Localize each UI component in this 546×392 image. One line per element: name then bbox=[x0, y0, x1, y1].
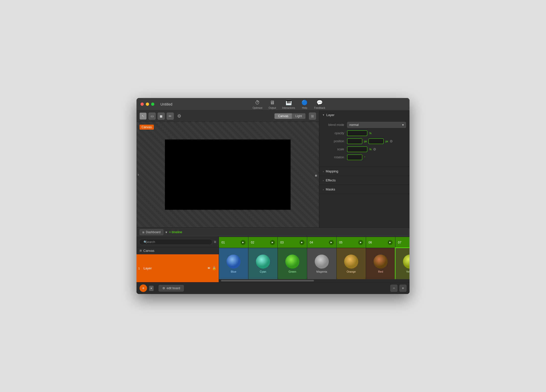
toolbar-help[interactable]: 🔵 Help bbox=[301, 99, 308, 109]
toolbar-optimize[interactable]: ⏱ Optimize bbox=[253, 99, 262, 109]
masks-section-title: Masks bbox=[326, 187, 335, 191]
search-input[interactable] bbox=[139, 239, 212, 245]
eye-icon[interactable]: 👁 bbox=[207, 266, 211, 270]
toolbar-feedback[interactable]: 💬 Feedback bbox=[314, 99, 325, 109]
canvas-preview: › Canvas bbox=[136, 122, 319, 227]
toolbar-interactions[interactable]: 🎹 Interactions bbox=[282, 99, 295, 109]
position-link-icon[interactable]: ⚙ bbox=[390, 139, 393, 143]
add-layer-button[interactable]: + bbox=[140, 284, 147, 292]
timeline-scrollbar[interactable] bbox=[221, 280, 314, 281]
layer-section-header[interactable]: ▾ Layer bbox=[319, 111, 410, 119]
search-icon: 🔍 bbox=[144, 240, 147, 244]
blend-mode-label: blend mode bbox=[323, 123, 344, 127]
tl-cell-04: 04 ▶ bbox=[307, 237, 337, 248]
bottom-tabs: ⊞ Dashboard ▾ + timeline bbox=[136, 228, 410, 237]
svg-point-3 bbox=[315, 255, 329, 269]
tl-play-05[interactable]: ▶ bbox=[358, 240, 363, 245]
canvas-grid-icon: ⊞ bbox=[140, 249, 142, 252]
rect-tool-button[interactable]: ▭ bbox=[149, 113, 156, 120]
layer-number: 1 bbox=[136, 267, 142, 270]
output-label: Output bbox=[268, 107, 276, 109]
opacity-unit: % bbox=[369, 132, 372, 135]
blue-label: Blue bbox=[231, 270, 236, 273]
select-tool-button[interactable]: ↖ bbox=[140, 113, 147, 120]
output-icon: 🖥 bbox=[269, 99, 276, 106]
opacity-input[interactable]: 100.00 bbox=[347, 130, 367, 136]
interactions-label: Interactions bbox=[282, 107, 295, 109]
tl-content-blue[interactable]: Blue bbox=[219, 248, 248, 279]
grid-view-button[interactable]: ⊞ bbox=[309, 113, 316, 120]
timeline-area: 🔍 Search ≡ ⊞ Canvas 1 Layer 👁 bbox=[136, 237, 410, 282]
toolbar-output[interactable]: 🖥 Output bbox=[268, 99, 276, 109]
rotation-row: rotation 0.00 ° bbox=[323, 155, 406, 160]
green-label: Green bbox=[289, 270, 296, 273]
close-button[interactable] bbox=[141, 103, 144, 106]
timeline-menu-button[interactable]: ≡ bbox=[214, 240, 216, 244]
masks-section: › Masks bbox=[319, 185, 410, 194]
tl-cell-02: 02 ▶ bbox=[248, 237, 278, 248]
plus-button[interactable]: + bbox=[399, 285, 406, 292]
tl-play-04[interactable]: ▶ bbox=[329, 240, 334, 245]
opacity-row: opacity 100.00 % bbox=[323, 130, 406, 136]
effects-section-header[interactable]: › Effects bbox=[319, 176, 410, 185]
rotation-input[interactable]: 0.00 bbox=[347, 155, 362, 160]
layer-arrow-icon: ▾ bbox=[323, 113, 324, 117]
tl-content-yellow[interactable]: Yellow bbox=[395, 248, 410, 279]
pen-tool-button[interactable]: ✏ bbox=[167, 113, 174, 120]
tl-cell-05: 05 ▶ bbox=[337, 237, 366, 248]
tl-play-02[interactable]: ▶ bbox=[270, 240, 275, 245]
maximize-button[interactable] bbox=[151, 103, 154, 106]
tl-content-green[interactable]: Green bbox=[278, 248, 307, 279]
position-y-unit: px bbox=[386, 140, 388, 143]
right-dot bbox=[315, 175, 317, 177]
feedback-icon: 💬 bbox=[316, 99, 323, 106]
scale-input[interactable]: 100.00 bbox=[347, 146, 367, 152]
tl-content-red[interactable]: Red bbox=[366, 248, 395, 279]
interactions-icon: 🎹 bbox=[285, 99, 292, 106]
scale-unit: % bbox=[369, 148, 372, 151]
mapping-section-header[interactable]: › Mapping bbox=[319, 167, 410, 176]
view-canvas-button[interactable]: Canvas bbox=[275, 113, 292, 119]
svg-point-6 bbox=[403, 255, 410, 269]
tl-scroll-row bbox=[219, 279, 410, 282]
tab-dropdown-button[interactable]: ▾ bbox=[165, 230, 167, 234]
tl-content-magenta[interactable]: Magenta bbox=[307, 248, 337, 279]
bottom-bar: + ▾ ⚙ edit board − + bbox=[136, 282, 410, 294]
scale-link-icon[interactable]: ⚙ bbox=[373, 147, 376, 151]
mapping-section: › Mapping bbox=[319, 167, 410, 176]
gear-icon: ⚙ bbox=[162, 286, 165, 290]
side-arrow-icon[interactable]: › bbox=[138, 172, 139, 177]
tl-canvas-row: ⊞ Canvas bbox=[136, 247, 219, 254]
rotation-input-group: 0.00 ° bbox=[347, 155, 365, 160]
tl-content-orange[interactable]: Orange bbox=[337, 248, 366, 279]
masks-section-header[interactable]: › Masks bbox=[319, 185, 410, 194]
minimize-button[interactable] bbox=[146, 103, 149, 106]
add-arrow-button[interactable]: ▾ bbox=[149, 286, 154, 291]
canvas-settings-button[interactable]: ⚙ bbox=[176, 113, 183, 120]
lock-icon[interactable]: 🔒 bbox=[212, 266, 216, 270]
svg-point-1 bbox=[256, 255, 270, 269]
red-circle bbox=[373, 254, 388, 269]
tl-content-cyan[interactable]: Cyan bbox=[248, 248, 278, 279]
dashboard-tab[interactable]: ⊞ Dashboard bbox=[140, 229, 163, 235]
tl-play-01[interactable]: ▶ bbox=[241, 240, 246, 245]
blend-mode-value: normal bbox=[349, 123, 359, 127]
tl-cell-01-label: 01 bbox=[221, 241, 225, 244]
view-light-button[interactable]: Light bbox=[292, 113, 305, 119]
blend-mode-select[interactable]: normal ▾ bbox=[347, 122, 406, 128]
position-x-input[interactable]: 0.00 bbox=[347, 138, 362, 144]
tl-play-06[interactable]: ▶ bbox=[388, 240, 393, 245]
yellow-label: Yellow bbox=[406, 270, 410, 273]
tl-play-03[interactable]: ▶ bbox=[299, 240, 304, 245]
add-timeline-button[interactable]: + timeline bbox=[169, 230, 182, 234]
tl-cell-06: 06 ▶ bbox=[366, 237, 395, 248]
minus-button[interactable]: − bbox=[390, 285, 397, 292]
scale-row: scale 100.00 % ⚙ bbox=[323, 146, 406, 152]
yellow-circle bbox=[402, 254, 410, 269]
help-icon: 🔵 bbox=[301, 99, 308, 106]
shape-tool-button[interactable]: ◼ bbox=[158, 113, 165, 120]
position-y-input[interactable]: 0.00 bbox=[369, 138, 384, 144]
edit-board-button[interactable]: ⚙ edit board bbox=[159, 285, 184, 291]
opacity-input-group: 100.00 % bbox=[347, 130, 372, 136]
canvas-label: Canvas bbox=[140, 125, 154, 130]
